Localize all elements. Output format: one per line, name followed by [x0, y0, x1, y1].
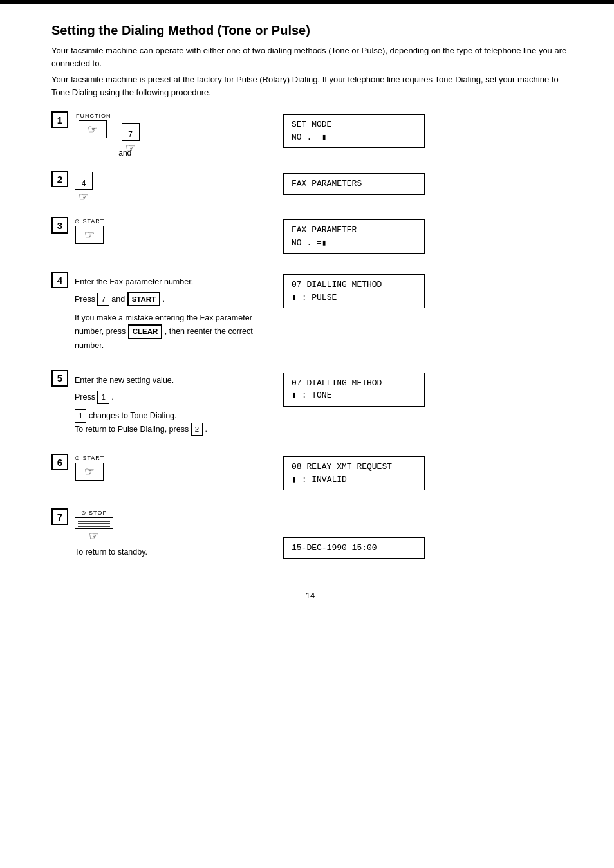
key-2: 2	[191, 423, 203, 436]
step-5-left: 5 Enter the new setting value. Press 1 .…	[51, 370, 257, 436]
hand-icon-2: ☞	[79, 190, 89, 204]
step-5-box: 5 Enter the new setting value. Press 1 .…	[51, 370, 207, 436]
step-1-box: 1 FUNCTION ☞ 7 ☞	[51, 111, 140, 158]
intro-paragraph-2: Your facsimile machine is preset at the …	[51, 73, 569, 98]
step-4-desc2: Press 7 and START .	[75, 292, 257, 306]
stop-key-svg	[78, 519, 110, 528]
display-6-line2: ▮ : INVALID	[292, 474, 416, 486]
key-1: 1	[97, 391, 109, 403]
step-2-right: FAX PARAMETERS	[257, 171, 569, 195]
step-2-row: 2 4 ☞ FAX PARAMETERS	[51, 171, 569, 204]
key-1b: 1	[75, 409, 86, 422]
intro-paragraph-1: Your facsimile machine can operate with …	[51, 44, 569, 69]
hand-icon-1a: ☞	[88, 122, 98, 136]
step-6-right: 08 RELAY XMT REQUEST ▮ : INVALID	[257, 454, 569, 490]
display-2: FAX PARAMETERS	[283, 173, 425, 195]
display-6-line1: 08 RELAY XMT REQUEST	[292, 461, 416, 474]
display-4-line2: ▮ : PULSE	[292, 291, 416, 304]
display-6: 08 RELAY XMT REQUEST ▮ : INVALID	[283, 456, 425, 490]
display-3-line1: FAX PARAMETER	[292, 224, 416, 237]
function-key-group: FUNCTION ☞	[75, 113, 111, 138]
display-7: 15-DEC-1990 15:00	[283, 537, 425, 559]
step-7-row: 7 ⊙ STOP ☞	[51, 508, 569, 559]
step-2-number: 2	[51, 171, 68, 187]
step-4-content: Enter the Fax parameter number. Press 7 …	[75, 272, 257, 352]
step-7-number: 7	[51, 508, 68, 525]
display-4: 07 DIALLING METHOD ▮ : PULSE	[283, 274, 425, 308]
step-7-box: 7 ⊙ STOP ☞	[51, 508, 147, 559]
function-label: FUNCTION	[76, 113, 111, 119]
display-5-line2: ▮ : TONE	[292, 389, 416, 402]
step-2-left: 2 4 ☞	[51, 171, 257, 204]
step-5-right: 07 DIALLING METHOD ▮ : TONE	[257, 370, 569, 407]
step-6-box: 6 ⊙ START ☞	[51, 454, 104, 481]
step-6-number: 6	[51, 454, 68, 470]
step-2-box: 2 4 ☞	[51, 171, 93, 204]
key-start: START	[127, 292, 160, 306]
step-7-left: 7 ⊙ STOP ☞	[51, 508, 257, 559]
hand-icon-3: ☞	[84, 228, 95, 242]
page-number: 14	[51, 591, 569, 600]
step-1-number: 1	[51, 111, 68, 128]
num4-key-group: 4 ☞	[75, 172, 93, 204]
key-7: 7	[97, 293, 109, 306]
step-3-box: 3 ⊙ START ☞	[51, 217, 104, 244]
hand-icon-7: ☞	[89, 529, 99, 543]
display-1-line1: SET MODE	[292, 118, 416, 131]
hand-icon-6: ☞	[84, 465, 95, 479]
step-4-right: 07 DIALLING METHOD ▮ : PULSE	[257, 272, 569, 308]
step-4-row: 4 Enter the Fax parameter number. Press …	[51, 272, 569, 352]
stop-key	[75, 517, 113, 529]
stop-label: ⊙ STOP	[81, 510, 107, 516]
display-2-line1: FAX PARAMETERS	[292, 178, 416, 190]
and-text: and	[118, 149, 131, 158]
step-1-left: 1 FUNCTION ☞ 7 ☞	[51, 111, 257, 158]
step-3-left: 3 ⊙ START ☞	[51, 217, 257, 244]
function-key: ☞	[79, 120, 107, 138]
num4-key: 4	[75, 172, 93, 190]
display-1-line2: NO . =▮	[292, 131, 416, 144]
step-5-sub: 1 changes to Tone Dialing. To return to …	[75, 409, 207, 436]
step-6-left: 6 ⊙ START ☞	[51, 454, 257, 481]
step-4-left: 4 Enter the Fax parameter number. Press …	[51, 272, 257, 352]
step-3-row: 3 ⊙ START ☞ FAX PARAMETER NO . =▮	[51, 217, 569, 254]
display-7-line1: 15-DEC-1990 15:00	[292, 542, 416, 555]
step-7-standby: To return to standby.	[75, 546, 147, 559]
step-4-sub: If you make a mistake entering the Fax p…	[75, 311, 257, 351]
step-5-desc1: Enter the new setting value.	[75, 374, 207, 387]
step-5-content: Enter the new setting value. Press 1 . 1…	[75, 370, 207, 436]
step-4-box: 4 Enter the Fax parameter number. Press …	[51, 272, 257, 352]
step-7-right: 15-DEC-1990 15:00	[257, 535, 569, 559]
step-5-number: 5	[51, 370, 68, 387]
step-1-row: 1 FUNCTION ☞ 7 ☞	[51, 111, 569, 158]
display-3-line2: NO . =▮	[292, 237, 416, 250]
start-key-group-6: ⊙ START ☞	[75, 455, 104, 481]
step-4-number: 4	[51, 272, 68, 288]
step-3-right: FAX PARAMETER NO . =▮	[257, 217, 569, 254]
num7-key: 7	[122, 123, 140, 141]
display-5: 07 DIALLING METHOD ▮ : TONE	[283, 373, 425, 407]
step-1-right: SET MODE NO . =▮	[257, 111, 569, 148]
stop-key-group: ⊙ STOP ☞	[75, 510, 113, 543]
display-5-line1: 07 DIALLING METHOD	[292, 377, 416, 390]
display-4-line1: 07 DIALLING METHOD	[292, 279, 416, 291]
start-label-3: ⊙ START	[75, 218, 104, 225]
page-title: Setting the Dialing Method (Tone or Puls…	[51, 23, 569, 38]
step-5-row: 5 Enter the new setting value. Press 1 .…	[51, 370, 569, 436]
start-key-3: ☞	[75, 226, 104, 244]
page-container: Setting the Dialing Method (Tone or Puls…	[0, 4, 614, 639]
display-3: FAX PARAMETER NO . =▮	[283, 219, 425, 254]
step-6-row: 6 ⊙ START ☞ 08 RELAY XMT REQUEST ▮ : INV…	[51, 454, 569, 490]
start-key-6: ☞	[75, 463, 104, 481]
step-3-number: 3	[51, 217, 68, 234]
key-clear: CLEAR	[128, 324, 163, 338]
start-key-group-3: ⊙ START ☞	[75, 218, 104, 244]
steps-area: 1 FUNCTION ☞ 7 ☞	[51, 111, 569, 565]
display-1: SET MODE NO . =▮	[283, 114, 425, 148]
start-label-6: ⊙ START	[75, 455, 104, 461]
step-5-desc2: Press 1 .	[75, 391, 207, 404]
step-4-desc1: Enter the Fax parameter number.	[75, 275, 257, 288]
